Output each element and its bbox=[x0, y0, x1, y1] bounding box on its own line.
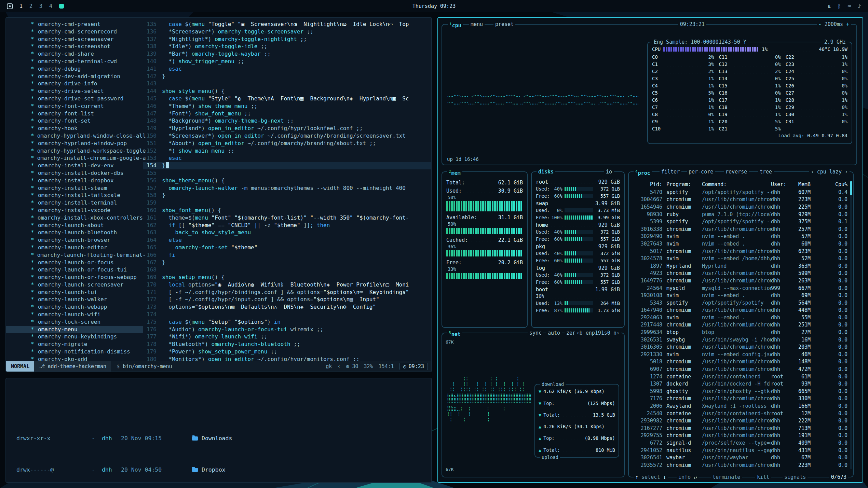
code-line[interactable]: 174 bbox=[143, 311, 431, 318]
file-list-item[interactable]: * omarchy-launch-tui bbox=[6, 289, 143, 296]
process-row[interactable]: 3026541 waybar /usr/bin/waybar dhh 67M 0… bbox=[632, 454, 850, 461]
code-line[interactable]: 143 bbox=[143, 80, 431, 87]
net-auto-tab[interactable]: auto bbox=[546, 330, 562, 336]
code-line[interactable]: 138 *Idle*) omarchy-toggle-idle ;; bbox=[143, 43, 431, 50]
process-row[interactable]: 2935572 chromium /usr/lib/chromium/chrom… bbox=[632, 461, 850, 469]
file-list-item[interactable]: * omarchy-launch-about bbox=[6, 222, 143, 229]
code-line[interactable]: 164 else bbox=[143, 236, 431, 244]
code-line[interactable]: 152 *) show_main_menu ;; bbox=[143, 147, 431, 155]
file-list-item[interactable]: * omarchy-cmd-terminal-cwd bbox=[6, 58, 143, 65]
process-row[interactable]: 2930982 chromium /usr/lib/chromium/chrom… bbox=[632, 417, 850, 424]
proc-select-action[interactable]: ↑ select ↓ bbox=[634, 474, 668, 480]
process-row[interactable]: 7176 chromium /usr/lib/chromium/chrom dh… bbox=[632, 395, 850, 403]
file-list-item[interactable]: * omarchy-menu-keybindings bbox=[6, 333, 143, 340]
file-list-item[interactable]: * omarchy-install-xbox-controllers bbox=[6, 214, 143, 222]
code-line[interactable]: 154 } bbox=[143, 162, 431, 169]
code-line[interactable]: 163 back_to show_style_menu bbox=[143, 229, 431, 236]
process-row[interactable]: 5018 chromium /usr/lib/chromium/chrom dh… bbox=[632, 358, 850, 366]
file-list-item[interactable]: * omarchy-launch-floating-terminal- bbox=[6, 251, 143, 259]
btop-menu-button[interactable]: menu bbox=[469, 21, 485, 28]
code-line[interactable]: 161 theme=$(menu "Font" "$(omarchy-font-… bbox=[143, 214, 431, 222]
file-list-item[interactable]: * omarchy-drive-set-password bbox=[6, 95, 143, 102]
process-row[interactable]: 5470 spotify /opt/spotify/spotify -- dhh… bbox=[632, 189, 850, 196]
proc-sort-selector[interactable]: ‹ cpu lazy › bbox=[809, 168, 850, 175]
file-list-item[interactable]: * omarchy-hyprland-window-pop bbox=[6, 140, 143, 147]
file-explorer[interactable]: * omarchy-cmd-present * omarchy-cmd-scre… bbox=[6, 20, 143, 361]
process-row[interactable]: 2917448 chromium /usr/lib/chromium/chrom… bbox=[632, 321, 850, 329]
workspace-3[interactable]: 3 bbox=[39, 3, 42, 9]
code-line[interactable]: 160 show_font_menu() { bbox=[143, 207, 431, 214]
file-list-item[interactable]: * omarchy-install-dev-env bbox=[6, 162, 143, 169]
file-list-item[interactable]: * omarchy-launch-bluetooth bbox=[6, 229, 143, 236]
file-list-item[interactable]: * omarchy-launch-editor bbox=[6, 244, 143, 251]
file-list-item[interactable]: * omarchy-launch-or-focus-tui bbox=[6, 266, 143, 274]
code-line[interactable]: 135 case $(menu "Toggle" "▣ Screensaver\… bbox=[143, 20, 431, 28]
file-list-item[interactable]: * omarchy-hyprland-workspace-toggle bbox=[6, 147, 143, 155]
workspace-1[interactable]: 1 bbox=[19, 3, 23, 9]
process-row[interactable]: 5399 spotify /opt/spotify/spotify -- dhh… bbox=[632, 218, 850, 225]
code-line[interactable]: 145 case $(menu "Style" "◐ Theme\nA Font… bbox=[143, 95, 431, 102]
code-line[interactable]: 137 *Nightlight*) omarchy-toggle-nightli… bbox=[143, 36, 431, 43]
code-line[interactable]: 179 *Power*) show_setup_power_menu ;; bbox=[143, 348, 431, 355]
network-icon[interactable]: ⇅ bbox=[827, 3, 831, 10]
code-line[interactable]: 136 *Screensaver*) omarchy-toggle-screen… bbox=[143, 28, 431, 36]
process-row[interactable]: 1897 Hyprland Hyprland dhh 363M 0.0 bbox=[632, 262, 850, 270]
code-line[interactable]: 162 if [[ "$theme" == "CNCLD" || -z "$th… bbox=[143, 222, 431, 229]
process-row[interactable]: 5017 chromium /usr/lib/chromium/chrom dh… bbox=[632, 248, 850, 255]
process-row[interactable]: 1930108 nvim nvim --embed . dhh 69M 0.0 bbox=[632, 292, 850, 299]
btop-preset-button[interactable]: preset bbox=[493, 21, 515, 28]
process-row[interactable]: 2921330 nvim nvim --embed config.jso dhh… bbox=[632, 351, 850, 358]
file-list-item[interactable]: * omarchy-install-docker-dbs bbox=[6, 169, 143, 177]
proc-terminate-action[interactable]: terminate bbox=[711, 474, 742, 480]
proc-tree-tab[interactable]: tree bbox=[758, 168, 774, 175]
code-line[interactable]: 139 *Bar*) omarchy-toggle-waybar ;; bbox=[143, 50, 431, 58]
proc-signals-action[interactable]: signals bbox=[783, 474, 808, 480]
file-list-item[interactable]: * omarchy-install-terminal bbox=[6, 199, 143, 207]
process-row[interactable]: 3024578 nvim nvim --embed /home/dhh/ dhh… bbox=[632, 255, 850, 262]
code-line[interactable]: 141 esac bbox=[143, 65, 431, 73]
file-list-item[interactable]: * omarchy-font-list bbox=[6, 110, 143, 117]
code-line[interactable]: 148 *Background*) omarchy-theme-bg-next … bbox=[143, 117, 431, 125]
file-list-item[interactable]: * omarchy-install-steam bbox=[6, 184, 143, 192]
file-list-item[interactable]: * omarchy-launch-wifi bbox=[6, 311, 143, 318]
code-line[interactable]: 175 case $(menu "Setup" "$options") in bbox=[143, 318, 431, 326]
file-list-item[interactable]: * omarchy-drive-select bbox=[6, 87, 143, 95]
code-line[interactable]: 172 [ -f ~/.config/hypr/input.conf ] && … bbox=[143, 296, 431, 303]
process-row[interactable]: 2929755 chromium /usr/lib/chromium/chrom… bbox=[632, 432, 850, 440]
code-line[interactable]: 171 [ -f ~/.config/hypr/bindings.conf ] … bbox=[143, 289, 431, 296]
launcher-icon[interactable] bbox=[7, 3, 13, 9]
file-list-item[interactable]: * omarchy-hook bbox=[6, 125, 143, 132]
code-line[interactable]: 169 show_setup_menu() { bbox=[143, 274, 431, 281]
process-row[interactable]: 1307 dockerd /usr/bin/dockerd -H fd: roo… bbox=[632, 380, 850, 388]
process-row[interactable]: 6907 chromium /usr/lib/chromium/chrom dh… bbox=[632, 365, 850, 373]
process-row[interactable]: 5998 ghostty /usr/bin/ghostty --gtk- dhh… bbox=[632, 388, 850, 395]
code-line[interactable]: 155 bbox=[143, 169, 431, 177]
workspace-2[interactable]: 2 bbox=[29, 3, 32, 9]
process-row[interactable]: 3016338 chromium /usr/lib/chromium/chrom… bbox=[632, 225, 850, 233]
file-list-item[interactable]: * omarchy-debug bbox=[6, 65, 143, 73]
process-row[interactable]: 1649776 chromium /usr/lib/chromium/chrom… bbox=[632, 277, 850, 284]
code-line[interactable]: 150 *Screensaver*) open_in_editor ~/.con… bbox=[143, 132, 431, 140]
code-line[interactable]: 151 *About*) open_in_editor ~/.config/om… bbox=[143, 140, 431, 147]
code-line[interactable]: 156 show_theme_menu() { bbox=[143, 177, 431, 184]
process-row[interactable]: 2167277 chromium /usr/lib/chromium/chrom… bbox=[632, 424, 850, 432]
code-line[interactable]: 159 bbox=[143, 199, 431, 207]
file-list-item[interactable]: * omarchy-cmd-share bbox=[6, 50, 143, 58]
file-list-item[interactable]: * omarchy-hyprland-window-close-all bbox=[6, 132, 143, 140]
process-row[interactable]: 1647940 chromium /usr/lib/chromium/chrom… bbox=[632, 307, 850, 314]
proc-filter-tab[interactable]: filter bbox=[660, 168, 681, 175]
code-line[interactable]: 157 omarchy-launch-walker -m menus:omarc… bbox=[143, 184, 431, 192]
file-list-item[interactable]: * omarchy-lock-screen bbox=[6, 318, 143, 326]
file-list-item[interactable]: * omarchy-cmd-screensaver bbox=[6, 36, 143, 43]
process-row[interactable]: 2924063 nvim nvim --embed . dhh 55M 0.0 bbox=[632, 314, 850, 321]
process-row[interactable]: 98930 ruby puma 7.1.0 (tcp://local dhh 9… bbox=[632, 211, 850, 218]
process-row[interactable]: 3026531 swaybg /usr/bin/swaybg -i /hom d… bbox=[632, 336, 850, 344]
file-list-item[interactable]: * omarchy-cmd-screenrecord bbox=[6, 28, 143, 36]
code-line[interactable]: 144 show_style_menu() { bbox=[143, 87, 431, 95]
file-list-item[interactable]: * omarchy-notification-dismiss bbox=[6, 348, 143, 355]
file-list-item[interactable]: * omarchy-launch-browser bbox=[6, 236, 143, 244]
file-list-item[interactable]: * omarchy-cmd-screenshot bbox=[6, 43, 143, 50]
file-list-item[interactable]: * omarchy-launch-screensaver bbox=[6, 281, 143, 289]
process-row[interactable]: 2006 Xwayland Xwayland :1 -rootless - dh… bbox=[632, 402, 850, 410]
code-line[interactable]: 170 local options="◉ Audio\n◍ Wifi\nᛒ Bl… bbox=[143, 281, 431, 289]
